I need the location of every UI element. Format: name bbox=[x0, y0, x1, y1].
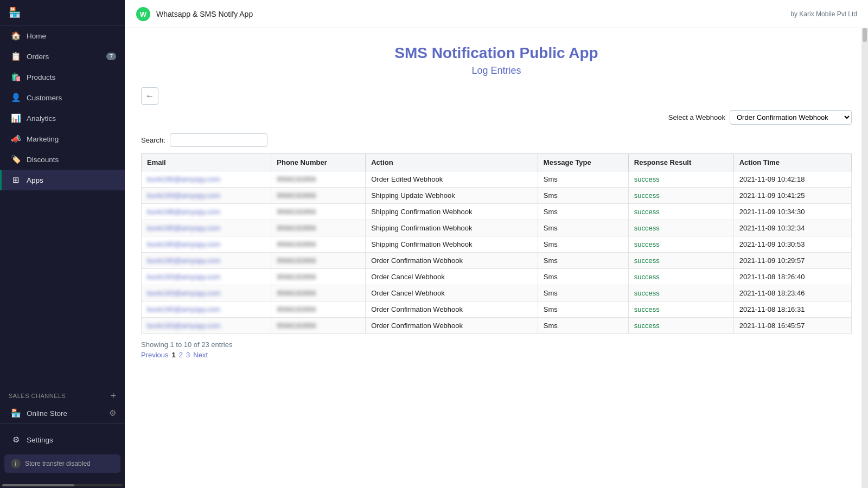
col-header-email: Email bbox=[142, 154, 271, 171]
cell-response: success bbox=[628, 318, 733, 334]
back-button[interactable]: ← bbox=[141, 87, 158, 105]
nav-label-discounts: Discounts bbox=[27, 156, 59, 164]
cell-action: Order Edited Webhook bbox=[366, 171, 538, 188]
pagination-1[interactable]: 1 bbox=[172, 351, 176, 359]
col-header-phone-number: Phone Number bbox=[271, 154, 366, 171]
cell-response: success bbox=[628, 188, 733, 204]
cell-message-type: Sms bbox=[538, 220, 628, 236]
cell-message-type: Sms bbox=[538, 188, 628, 204]
table-row: bunk193@amyspy.com 9568192856 Order Canc… bbox=[142, 285, 852, 301]
settings-gear-icon[interactable]: ⚙ bbox=[109, 408, 116, 418]
nav-label-analytics: Analytics bbox=[27, 114, 56, 123]
sidebar-item-home[interactable]: 🏠 Home bbox=[0, 25, 125, 46]
store-icon: 🏪 bbox=[9, 7, 21, 18]
app-header-left: W Whatsapp & SMS Notify App bbox=[136, 7, 253, 22]
sidebar-item-discounts[interactable]: 🏷️ Discounts bbox=[0, 149, 125, 170]
col-header-action: Action bbox=[366, 154, 538, 171]
cell-response: success bbox=[628, 236, 733, 253]
badge-orders: 7 bbox=[106, 53, 116, 60]
cell-action-time: 2021-11-08 18:16:31 bbox=[733, 301, 851, 318]
cell-email: bunk193@amyspy.com bbox=[142, 188, 271, 204]
log-table: EmailPhone NumberActionMessage TypeRespo… bbox=[141, 153, 852, 334]
cell-phone: 9568192856 bbox=[271, 171, 366, 188]
sidebar-item-marketing[interactable]: 📣 Marketing bbox=[0, 129, 125, 149]
cell-response: success bbox=[628, 269, 733, 285]
online-store-label: Online Store bbox=[27, 409, 67, 418]
online-store-icon: 🏪 bbox=[10, 408, 21, 418]
app-name-label: Whatsapp & SMS Notify App bbox=[156, 10, 253, 18]
webhook-select[interactable]: Order Confirmation WebhookOrder Edited W… bbox=[730, 110, 852, 125]
content-inner: SMS Notification Public App Log Entries … bbox=[125, 28, 868, 488]
settings-label: Settings bbox=[27, 436, 53, 444]
sidebar-item-orders[interactable]: 📋 Orders 7 bbox=[0, 46, 125, 67]
cell-message-type: Sms bbox=[538, 285, 628, 301]
table-row: bunk190@amyspy.com 9568192856 Order Conf… bbox=[142, 301, 852, 318]
nav-label-marketing: Marketing bbox=[27, 135, 59, 143]
cell-message-type: Sms bbox=[538, 269, 628, 285]
cell-message-type: Sms bbox=[538, 253, 628, 269]
scrollbar-track bbox=[2, 484, 123, 486]
cell-phone: 9568192856 bbox=[271, 204, 366, 220]
cell-action-time: 2021-11-09 10:29:57 bbox=[733, 253, 851, 269]
cell-phone: 9568192856 bbox=[271, 188, 366, 204]
analytics-icon: 📊 bbox=[10, 113, 21, 123]
scroll-indicator bbox=[861, 28, 868, 488]
cell-email: bunk190@amyspy.com bbox=[142, 253, 271, 269]
page-main-title: SMS Notification Public App bbox=[141, 39, 852, 62]
cell-action-time: 2021-11-08 18:23:46 bbox=[733, 285, 851, 301]
pagination-next[interactable]: Next bbox=[193, 351, 208, 359]
cell-phone: 9568192856 bbox=[271, 253, 366, 269]
cell-action-time: 2021-11-09 10:41:25 bbox=[733, 188, 851, 204]
table-row: bunk193@amyspy.com 9568192856 Order Canc… bbox=[142, 269, 852, 285]
table-footer-text: Showing 1 to 10 of 23 entries bbox=[141, 341, 232, 349]
table-row: bunk190@amyspy.com 9568192856 Shipping C… bbox=[142, 220, 852, 236]
sidebar-item-settings[interactable]: ⚙ Settings bbox=[0, 429, 125, 450]
sidebar-item-apps[interactable]: ⊞ Apps bbox=[0, 170, 125, 190]
customers-icon: 👤 bbox=[10, 93, 21, 102]
pagination-3[interactable]: 3 bbox=[186, 351, 190, 359]
sidebar-item-analytics[interactable]: 📊 Analytics bbox=[0, 108, 125, 129]
cell-message-type: Sms bbox=[538, 318, 628, 334]
cell-action: Shipping Confirmation Webhook bbox=[366, 220, 538, 236]
sidebar-item-online-store[interactable]: 🏪 Online Store ⚙ bbox=[0, 403, 125, 423]
cell-phone: 9568192856 bbox=[271, 220, 366, 236]
scroll-thumb bbox=[863, 28, 867, 42]
sidebar-bottom: ⚙ Settings i Store transfer disabled bbox=[0, 423, 125, 483]
sales-channels-label: SALES CHANNELS bbox=[9, 393, 66, 399]
add-sales-channel-button[interactable]: + bbox=[110, 391, 116, 401]
info-icon: i bbox=[11, 459, 21, 468]
cell-message-type: Sms bbox=[538, 204, 628, 220]
table-footer: Showing 1 to 10 of 23 entries Previous12… bbox=[141, 341, 852, 359]
search-input[interactable] bbox=[170, 133, 267, 147]
table-row: bunk190@amyspy.com 9568192856 Order Conf… bbox=[142, 253, 852, 269]
cell-phone: 9568192856 bbox=[271, 285, 366, 301]
cell-response: success bbox=[628, 171, 733, 188]
marketing-icon: 📣 bbox=[10, 134, 21, 144]
cell-action-time: 2021-11-08 18:26:40 bbox=[733, 269, 851, 285]
sidebar-item-products[interactable]: 🛍️ Products bbox=[0, 67, 125, 87]
nav-label-orders: Orders bbox=[27, 53, 49, 61]
sidebar-item-customers[interactable]: 👤 Customers bbox=[0, 87, 125, 108]
cell-action-time: 2021-11-09 10:32:34 bbox=[733, 220, 851, 236]
cell-message-type: Sms bbox=[538, 171, 628, 188]
cell-response: success bbox=[628, 253, 733, 269]
cell-email: bunk190@amyspy.com bbox=[142, 301, 271, 318]
orders-icon: 📋 bbox=[10, 52, 21, 61]
pagination-previous[interactable]: Previous bbox=[141, 351, 169, 359]
cell-action: Order Confirmation Webhook bbox=[366, 301, 538, 318]
cell-action: Order Confirmation Webhook bbox=[366, 253, 538, 269]
cell-email: bunk193@amyspy.com bbox=[142, 269, 271, 285]
store-transfer-notice: i Store transfer disabled bbox=[4, 454, 120, 473]
cell-phone: 9568192856 bbox=[271, 236, 366, 253]
app-by-label: by Karix Mobile Pvt Ltd bbox=[790, 10, 857, 18]
cell-email: bunk190@amyspy.com bbox=[142, 236, 271, 253]
nav-label-products: Products bbox=[27, 73, 55, 81]
sidebar-nav: 🏠 Home 📋 Orders 7🛍️ Products 👤 Customers… bbox=[0, 25, 125, 383]
svg-text:W: W bbox=[140, 10, 147, 18]
cell-action: Shipping Confirmation Webhook bbox=[366, 236, 538, 253]
products-icon: 🛍️ bbox=[10, 72, 21, 82]
cell-email: bunk193@amyspy.com bbox=[142, 318, 271, 334]
pagination-2[interactable]: 2 bbox=[179, 351, 183, 359]
sidebar-scrollbar[interactable] bbox=[0, 483, 125, 488]
table-row: bunk193@amyspy.com 9568192856 Order Conf… bbox=[142, 318, 852, 334]
